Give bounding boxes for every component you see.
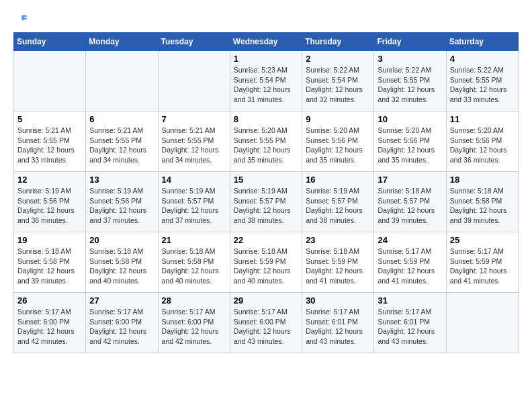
calendar-cell: 7Sunrise: 5:21 AM Sunset: 5:55 PM Daylig…	[158, 111, 230, 172]
day-info: Sunrise: 5:17 AM Sunset: 6:00 PM Dayligh…	[17, 307, 82, 347]
day-info: Sunrise: 5:21 AM Sunset: 5:55 PM Dayligh…	[17, 126, 82, 165]
calendar-cell	[446, 293, 518, 353]
week-row-2: 5Sunrise: 5:21 AM Sunset: 5:55 PM Daylig…	[14, 111, 519, 172]
day-number: 6	[89, 114, 154, 124]
day-info: Sunrise: 5:19 AM Sunset: 5:57 PM Dayligh…	[234, 186, 298, 226]
day-info: Sunrise: 5:17 AM Sunset: 5:59 PM Dayligh…	[378, 246, 442, 286]
calendar-cell: 23Sunrise: 5:18 AM Sunset: 5:59 PM Dayli…	[302, 232, 374, 293]
day-number: 8	[234, 114, 298, 124]
calendar-cell: 10Sunrise: 5:20 AM Sunset: 5:56 PM Dayli…	[374, 111, 446, 172]
day-info: Sunrise: 5:19 AM Sunset: 5:57 PM Dayligh…	[306, 186, 370, 226]
logo	[13, 13, 29, 26]
day-info: Sunrise: 5:18 AM Sunset: 5:58 PM Dayligh…	[162, 246, 226, 286]
calendar-cell: 28Sunrise: 5:17 AM Sunset: 6:00 PM Dayli…	[158, 293, 230, 353]
day-number: 5	[17, 114, 82, 124]
header-tuesday: Tuesday	[158, 33, 230, 51]
day-number: 11	[450, 114, 515, 124]
day-number: 26	[17, 295, 82, 306]
calendar-cell: 11Sunrise: 5:20 AM Sunset: 5:56 PM Dayli…	[446, 111, 518, 172]
day-number: 10	[378, 114, 442, 124]
week-row-3: 12Sunrise: 5:19 AM Sunset: 5:56 PM Dayli…	[14, 172, 519, 232]
calendar-cell: 4Sunrise: 5:22 AM Sunset: 5:55 PM Daylig…	[446, 51, 518, 111]
day-number: 30	[306, 295, 370, 306]
calendar-cell: 27Sunrise: 5:17 AM Sunset: 6:00 PM Dayli…	[86, 293, 158, 353]
day-info: Sunrise: 5:17 AM Sunset: 5:59 PM Dayligh…	[450, 246, 515, 286]
calendar-cell: 16Sunrise: 5:19 AM Sunset: 5:57 PM Dayli…	[302, 172, 374, 232]
calendar-cell: 21Sunrise: 5:18 AM Sunset: 5:58 PM Dayli…	[158, 232, 230, 293]
header-thursday: Thursday	[302, 33, 374, 51]
calendar-cell: 25Sunrise: 5:17 AM Sunset: 5:59 PM Dayli…	[446, 232, 518, 293]
day-number: 1	[234, 54, 298, 64]
day-number: 12	[17, 175, 82, 185]
day-info: Sunrise: 5:22 AM Sunset: 5:55 PM Dayligh…	[450, 65, 515, 105]
calendar-cell: 30Sunrise: 5:17 AM Sunset: 6:01 PM Dayli…	[302, 293, 374, 353]
calendar-body: 1Sunrise: 5:23 AM Sunset: 5:54 PM Daylig…	[14, 51, 519, 353]
day-number: 19	[17, 235, 82, 245]
day-info: Sunrise: 5:18 AM Sunset: 5:59 PM Dayligh…	[234, 246, 298, 286]
calendar-cell: 14Sunrise: 5:19 AM Sunset: 5:57 PM Dayli…	[158, 172, 230, 232]
day-number: 25	[450, 235, 515, 245]
day-info: Sunrise: 5:23 AM Sunset: 5:54 PM Dayligh…	[234, 65, 298, 105]
day-info: Sunrise: 5:21 AM Sunset: 5:55 PM Dayligh…	[89, 126, 154, 165]
header-monday: Monday	[86, 33, 158, 51]
calendar-cell	[158, 51, 230, 111]
day-number: 13	[89, 175, 154, 185]
calendar-cell	[14, 51, 86, 111]
week-row-5: 26Sunrise: 5:17 AM Sunset: 6:00 PM Dayli…	[14, 293, 519, 353]
day-info: Sunrise: 5:17 AM Sunset: 6:00 PM Dayligh…	[162, 307, 226, 347]
calendar-cell: 5Sunrise: 5:21 AM Sunset: 5:55 PM Daylig…	[14, 111, 86, 172]
day-number: 2	[306, 54, 370, 64]
day-number: 24	[378, 235, 442, 245]
day-info: Sunrise: 5:17 AM Sunset: 6:00 PM Dayligh…	[234, 307, 298, 347]
week-row-4: 19Sunrise: 5:18 AM Sunset: 5:58 PM Dayli…	[14, 232, 519, 293]
day-info: Sunrise: 5:20 AM Sunset: 5:55 PM Dayligh…	[234, 126, 298, 165]
day-info: Sunrise: 5:20 AM Sunset: 5:56 PM Dayligh…	[306, 126, 370, 165]
calendar-cell: 20Sunrise: 5:18 AM Sunset: 5:58 PM Dayli…	[86, 232, 158, 293]
day-number: 7	[162, 114, 226, 124]
day-info: Sunrise: 5:17 AM Sunset: 6:00 PM Dayligh…	[89, 307, 154, 347]
day-info: Sunrise: 5:18 AM Sunset: 5:58 PM Dayligh…	[450, 186, 515, 226]
header-row: SundayMondayTuesdayWednesdayThursdayFrid…	[14, 33, 519, 51]
day-info: Sunrise: 5:17 AM Sunset: 6:01 PM Dayligh…	[378, 307, 442, 347]
calendar-cell: 26Sunrise: 5:17 AM Sunset: 6:00 PM Dayli…	[14, 293, 86, 353]
calendar-cell: 29Sunrise: 5:17 AM Sunset: 6:00 PM Dayli…	[230, 293, 302, 353]
day-number: 23	[306, 235, 370, 245]
day-info: Sunrise: 5:19 AM Sunset: 5:56 PM Dayligh…	[17, 186, 82, 226]
calendar-table: SundayMondayTuesdayWednesdayThursdayFrid…	[13, 32, 519, 353]
calendar-header: SundayMondayTuesdayWednesdayThursdayFrid…	[14, 33, 519, 51]
calendar-cell: 17Sunrise: 5:18 AM Sunset: 5:57 PM Dayli…	[374, 172, 446, 232]
calendar-cell: 31Sunrise: 5:17 AM Sunset: 6:01 PM Dayli…	[374, 293, 446, 353]
day-info: Sunrise: 5:18 AM Sunset: 5:58 PM Dayligh…	[17, 246, 82, 286]
day-info: Sunrise: 5:21 AM Sunset: 5:55 PM Dayligh…	[162, 126, 226, 165]
calendar-cell: 1Sunrise: 5:23 AM Sunset: 5:54 PM Daylig…	[230, 51, 302, 111]
week-row-1: 1Sunrise: 5:23 AM Sunset: 5:54 PM Daylig…	[14, 51, 519, 111]
header-sunday: Sunday	[14, 33, 86, 51]
calendar-cell: 2Sunrise: 5:22 AM Sunset: 5:54 PM Daylig…	[302, 51, 374, 111]
calendar-cell: 22Sunrise: 5:18 AM Sunset: 5:59 PM Dayli…	[230, 232, 302, 293]
day-info: Sunrise: 5:22 AM Sunset: 5:54 PM Dayligh…	[306, 65, 370, 105]
day-number: 3	[378, 54, 442, 64]
calendar-cell: 18Sunrise: 5:18 AM Sunset: 5:58 PM Dayli…	[446, 172, 518, 232]
calendar-cell: 6Sunrise: 5:21 AM Sunset: 5:55 PM Daylig…	[86, 111, 158, 172]
day-number: 22	[234, 235, 298, 245]
day-info: Sunrise: 5:18 AM Sunset: 5:58 PM Dayligh…	[89, 246, 154, 286]
calendar-cell: 8Sunrise: 5:20 AM Sunset: 5:55 PM Daylig…	[230, 111, 302, 172]
day-number: 29	[234, 295, 298, 306]
header-wednesday: Wednesday	[230, 33, 302, 51]
day-info: Sunrise: 5:19 AM Sunset: 5:56 PM Dayligh…	[89, 186, 154, 226]
day-number: 9	[306, 114, 370, 124]
day-number: 14	[162, 175, 226, 185]
day-info: Sunrise: 5:17 AM Sunset: 6:01 PM Dayligh…	[306, 307, 370, 347]
day-number: 15	[234, 175, 298, 185]
calendar-cell: 15Sunrise: 5:19 AM Sunset: 5:57 PM Dayli…	[230, 172, 302, 232]
day-number: 28	[162, 295, 226, 306]
calendar-cell: 19Sunrise: 5:18 AM Sunset: 5:58 PM Dayli…	[14, 232, 86, 293]
day-info: Sunrise: 5:18 AM Sunset: 5:59 PM Dayligh…	[306, 246, 370, 286]
day-number: 17	[378, 175, 442, 185]
calendar-cell: 3Sunrise: 5:22 AM Sunset: 5:55 PM Daylig…	[374, 51, 446, 111]
day-number: 20	[89, 235, 154, 245]
day-number: 16	[306, 175, 370, 185]
day-info: Sunrise: 5:18 AM Sunset: 5:57 PM Dayligh…	[378, 186, 442, 226]
day-number: 4	[450, 54, 515, 64]
calendar-cell: 12Sunrise: 5:19 AM Sunset: 5:56 PM Dayli…	[14, 172, 86, 232]
